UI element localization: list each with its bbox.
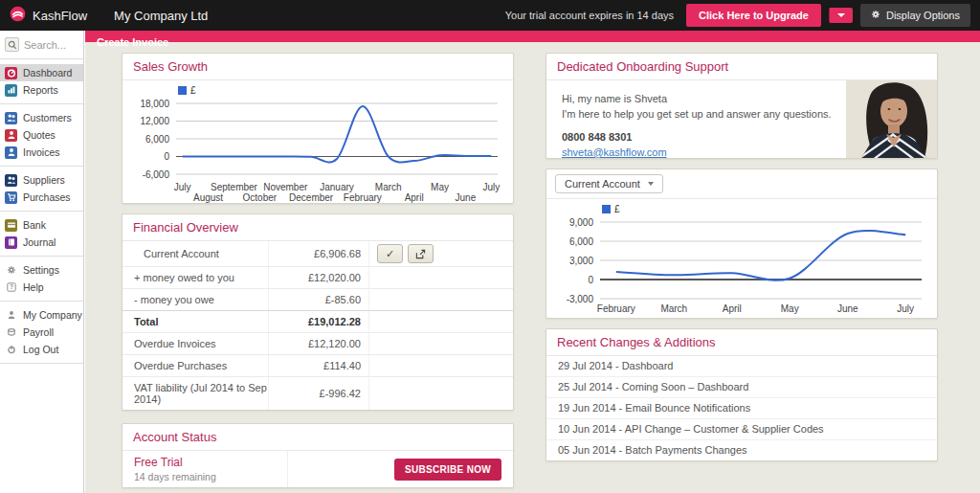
svg-text:?: ?	[10, 283, 13, 290]
svg-text:July: July	[174, 182, 191, 192]
sidebar-item-customers[interactable]: Customers	[0, 109, 83, 126]
gauge-icon	[5, 67, 17, 79]
create-invoice-button[interactable]: Create Invoice	[829, 8, 853, 23]
finance-row-label: Total	[122, 311, 269, 332]
sidebar-item-label: Quotes	[23, 129, 56, 141]
finance-row: Overdue Purchases£114.40	[122, 354, 513, 376]
main-content: Sales Growth -6,00006,00012,00018,000Jul…	[85, 31, 980, 493]
svg-text:March: March	[660, 303, 687, 314]
sidebar-item-my-company-ltd[interactable]: My Company Ltd	[0, 306, 83, 324]
search-icon[interactable]	[5, 37, 19, 52]
card-icon	[5, 219, 17, 232]
change-log-item[interactable]: 10 Jun 2014 - API Change – Customer & Su…	[546, 419, 937, 440]
sidebar-item-payroll[interactable]: Payroll	[0, 324, 83, 341]
people-icon	[5, 174, 17, 187]
power-icon	[5, 344, 17, 356]
svg-text:February: February	[344, 192, 382, 203]
support-email-link[interactable]: shveta@kashflow.com	[562, 146, 667, 158]
gear-icon	[871, 10, 880, 21]
sidebar-item-purchases[interactable]: Purchases	[0, 189, 83, 206]
sidebar-item-reports[interactable]: Reports	[0, 81, 83, 99]
finance-row-actions	[369, 311, 513, 332]
account-status-panel: Account Status Free Trial 14 days remain…	[122, 423, 514, 488]
svg-text:January: January	[320, 182, 354, 192]
book-icon	[5, 236, 17, 249]
sidebar-item-bank[interactable]: Bank	[0, 216, 83, 234]
change-log-item[interactable]: 29 Jul 2014 - Dashboard	[546, 356, 937, 377]
svg-text:July: July	[482, 182, 500, 192]
plan-name: Free Trial	[134, 456, 276, 469]
finance-row-actions	[369, 267, 513, 288]
finance-row-value: £6,906.68	[269, 241, 369, 266]
sidebar-group: BankJournal	[0, 212, 83, 257]
top-bar: KashFlow My Company Ltd Your trial accou…	[0, 0, 980, 31]
people-icon	[5, 112, 17, 124]
sidebar-item-journal[interactable]: Journal	[0, 234, 83, 251]
sidebar-item-dashboard[interactable]: Dashboard	[0, 64, 83, 81]
svg-text:April: April	[723, 303, 742, 314]
svg-text:March: March	[375, 182, 402, 192]
account-selector-dropdown[interactable]: Current Account	[555, 174, 663, 193]
finance-row-actions	[369, 289, 513, 310]
panel-title-onboarding: Dedicated Onboarding Support	[546, 54, 937, 80]
svg-text:December: December	[289, 192, 334, 203]
sidebar-item-invoices[interactable]: Invoices	[0, 144, 83, 161]
upgrade-button[interactable]: Click Here to Upgrade	[686, 4, 821, 27]
sidebar-item-label: Suppliers	[23, 174, 65, 186]
sidebar-group: My Company LtdPayrollLog Out	[0, 302, 83, 364]
subscribe-now-button[interactable]: SUBSCRIBE NOW	[394, 459, 501, 481]
change-log-item[interactable]: 19 Jun 2014 - Email Bounce Notifications	[546, 398, 937, 419]
create-invoice-dropdown[interactable]	[829, 8, 853, 23]
finance-row-label: VAT liability (Jul 2014 to Sep 2014)	[122, 377, 269, 410]
onboarding-support-panel: Dedicated Onboarding Support Hi, my name…	[546, 53, 938, 159]
account-status-row: Free Trial 14 days remaining SUBSCRIBE N…	[122, 451, 513, 487]
sidebar-group: DashboardReports	[0, 59, 83, 104]
svg-text:-3,000: -3,000	[567, 294, 594, 304]
finance-row-label: - money you owe	[122, 289, 269, 310]
recent-changes-panel: Recent Changes & Additions 29 Jul 2014 -…	[546, 328, 938, 461]
sidebar-item-label: Reports	[23, 84, 58, 96]
change-log-item[interactable]: 25 Jul 2014 - Coming Soon – Dashboard	[546, 377, 937, 398]
payroll-icon	[5, 326, 17, 339]
svg-text:February: February	[597, 303, 635, 314]
sidebar-item-suppliers[interactable]: Suppliers	[0, 171, 83, 189]
finance-row-value: £12,120.00	[269, 333, 369, 354]
gear-icon	[5, 264, 17, 277]
sidebar-item-label: Bank	[23, 219, 46, 231]
search-input[interactable]	[24, 39, 78, 51]
kashflow-brand[interactable]: KashFlow	[0, 6, 97, 26]
days-remaining: 14 days remaining	[134, 471, 276, 482]
svg-text:June: June	[456, 192, 477, 203]
reconcile-check-button[interactable]: ✓	[377, 244, 403, 263]
financial-overview-panel: Financial Overview Current Account£6,906…	[122, 213, 514, 411]
sidebar-item-log-out[interactable]: Log Out	[0, 341, 83, 358]
sidebar-item-label: Invoices	[23, 146, 60, 158]
sidebar-item-help[interactable]: ?Help	[0, 279, 83, 296]
finance-row-value: £-996.42	[269, 377, 369, 410]
svg-text:6,000: 6,000	[569, 236, 593, 247]
svg-text:June: June	[837, 303, 858, 314]
user-icon	[5, 309, 17, 322]
display-options-button[interactable]: Display Options	[860, 4, 970, 27]
sidebar-item-label: Help	[23, 281, 44, 293]
question-icon: ?	[5, 281, 17, 294]
finance-row-value: £114.40	[269, 355, 369, 376]
finance-row: - money you owe£-85.60	[122, 288, 513, 310]
sales-growth-chart: -6,00006,00012,00018,000JulyAugustSeptem…	[122, 80, 511, 203]
finance-row-actions: ✓	[369, 241, 513, 266]
sidebar-group: SuppliersPurchases	[0, 167, 83, 212]
svg-text:6,000: 6,000	[145, 134, 169, 145]
sidebar-search	[0, 31, 83, 59]
svg-text:August: August	[193, 192, 223, 203]
finance-row-actions	[369, 333, 513, 354]
change-log-item[interactable]: 05 Jun 2014 - Batch Payments Changes	[546, 440, 937, 460]
sidebar-item-quotes[interactable]: Quotes	[0, 126, 83, 144]
panel-title-sales-growth: Sales Growth	[122, 54, 513, 80]
current-account-chart: -3,00003,0006,0009,000FebruaryMarchApril…	[546, 199, 935, 318]
support-agent-photo	[846, 80, 937, 158]
sidebar-item-settings[interactable]: Settings	[0, 261, 83, 279]
sidebar-group: Settings?Help	[0, 257, 83, 302]
export-button[interactable]	[408, 244, 434, 263]
kashflow-logo-icon	[10, 6, 26, 26]
sidebar: DashboardReportsCustomersQuotesInvoicesS…	[0, 31, 84, 493]
